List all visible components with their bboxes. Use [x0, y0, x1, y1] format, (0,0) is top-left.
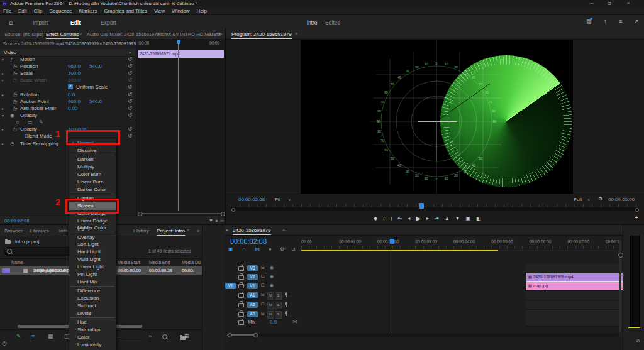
- ec-clip-chevron-icon[interactable]: ∨: [60, 41, 62, 46]
- work-area-bar[interactable]: [301, 250, 498, 251]
- ec-zoom-bar[interactable]: [139, 213, 222, 214]
- mark-in-button[interactable]: {: [383, 216, 385, 221]
- voiceover-mic-icon[interactable]: [285, 311, 287, 315]
- timeline-panel-menu-icon[interactable]: ≡: [282, 227, 285, 232]
- time-remap-icon[interactable]: ◷: [10, 140, 14, 147]
- export-frame-button[interactable]: ▣: [465, 216, 470, 221]
- ec-row-anchor-point[interactable]: ◷ Anchor Point 960.0 540.0 ↺: [0, 98, 135, 105]
- lock-icon[interactable]: [238, 303, 244, 307]
- ec-row-uniform-scale[interactable]: ✓ Uniform Scale ↺: [0, 84, 135, 90]
- ec-row-rotation[interactable]: ▸ ◷ Rotation 0.0 ↺: [0, 91, 135, 98]
- blend-mode-menu-item[interactable]: Difference: [69, 287, 116, 295]
- menu-item[interactable]: Help: [197, 8, 207, 14]
- filter-properties-icon[interactable]: ▼: [209, 218, 213, 222]
- mute-button[interactable]: M: [267, 292, 274, 300]
- add-button-icon[interactable]: +: [635, 214, 638, 221]
- workspace-tab-import[interactable]: Import: [33, 19, 48, 26]
- tab-audio-clip-mixer[interactable]: Audio Clip Mixer: 2420-158691979: [87, 31, 160, 37]
- uniform-scale-checkbox[interactable]: ✓: [68, 84, 73, 89]
- home-icon[interactable]: ⌂: [9, 18, 13, 26]
- stopwatch-icon[interactable]: ◷: [13, 91, 17, 98]
- blend-mode-menu-item[interactable]: Subtract: [69, 302, 116, 310]
- reset-icon[interactable]: ↺: [128, 126, 133, 133]
- reset-icon[interactable]: ↺: [128, 84, 133, 90]
- reset-icon[interactable]: ↺: [128, 70, 133, 77]
- expand-icon[interactable]: ▸: [2, 141, 4, 148]
- ec-playhead-marker[interactable]: [177, 40, 180, 44]
- workspace-tab-edit[interactable]: Edit: [70, 19, 80, 26]
- settings-wrench-icon[interactable]: ⚙: [598, 196, 602, 202]
- tab-effect-controls[interactable]: Effect Controls: [46, 31, 79, 39]
- menu-item[interactable]: Graphics and Titles: [104, 8, 147, 14]
- sync-lock-icon[interactable]: ⊟: [261, 292, 265, 297]
- project-panel-menu-icon[interactable]: ≡: [187, 228, 189, 232]
- column-media-duration[interactable]: Media Du: [182, 259, 201, 266]
- expand-icon[interactable]: ▸: [0, 115, 6, 117]
- sync-lock-icon[interactable]: ⊟: [261, 302, 265, 307]
- toggle-track-output-icon[interactable]: ◉: [270, 283, 274, 288]
- workspaces-icon[interactable]: ≡: [619, 18, 622, 25]
- share-icon[interactable]: ↑: [604, 18, 607, 25]
- program-video-frame[interactable]: 0102030405060708090807060504030201001020…: [301, 40, 573, 194]
- lock-icon[interactable]: [238, 320, 244, 325]
- goto-out-button[interactable]: ⇥: [435, 216, 439, 221]
- blend-mode-menu-item[interactable]: Linear Light: [69, 263, 116, 271]
- ec-clip-selector[interactable]: 2420-158691979 • 2420-158691979...: [65, 41, 140, 46]
- find-icon[interactable]: [162, 334, 167, 339]
- step-forward-button[interactable]: ▸: [426, 216, 429, 221]
- add-marker-button[interactable]: ◆: [374, 216, 377, 221]
- mix-trim-icon[interactable]: ⋈: [292, 319, 297, 324]
- blend-mode-menu-item[interactable]: Hard Light: [69, 248, 116, 256]
- blend-mode-menu-item[interactable]: Color: [69, 334, 116, 341]
- ec-row-scale[interactable]: ▸ ◷ Scale 100.0 ↺: [0, 70, 135, 77]
- blend-mode-menu-item[interactable]: Darker Color: [69, 186, 116, 194]
- effect-controls-panel-menu-icon[interactable]: ≡: [79, 31, 82, 36]
- ellipse-mask-icon[interactable]: ○: [16, 119, 20, 126]
- sync-lock-icon[interactable]: ⊟: [261, 311, 265, 316]
- blend-mode-menu-item[interactable]: Pin Light: [69, 271, 116, 278]
- solo-button[interactable]: S: [275, 292, 282, 300]
- eye-icon[interactable]: ◉: [10, 112, 14, 119]
- track-target-v2[interactable]: V2: [247, 274, 258, 280]
- track-target-v1[interactable]: V1: [247, 283, 258, 289]
- program-scrubber[interactable]: [231, 203, 639, 212]
- ec-rotation-value[interactable]: 0.0: [68, 91, 75, 98]
- lock-icon[interactable]: [238, 275, 244, 280]
- toggle-track-output-icon[interactable]: ◉: [270, 265, 274, 270]
- track-target-a3[interactable]: A3: [247, 311, 258, 317]
- fullscreen-icon[interactable]: ↗: [634, 18, 639, 25]
- toggle-track-output-icon[interactable]: ◉: [270, 274, 274, 279]
- reset-icon[interactable]: ↺: [128, 98, 133, 105]
- snap-magnet-icon[interactable]: ∩: [242, 246, 246, 252]
- tab-source[interactable]: Source: (no clips): [4, 31, 43, 37]
- reset-icon[interactable]: ↺: [128, 91, 133, 98]
- new-item-icon[interactable]: ⊞: [184, 333, 189, 339]
- ec-position-x[interactable]: 960.0: [68, 63, 80, 70]
- menu-item[interactable]: Window: [172, 8, 189, 14]
- icon-view-icon[interactable]: ▦: [48, 333, 53, 339]
- blend-mode-menu-item[interactable]: Darken: [69, 156, 116, 163]
- blend-mode-menu-item[interactable]: Exclusion: [69, 295, 116, 302]
- voiceover-mic-icon[interactable]: [285, 302, 287, 305]
- ec-position-y[interactable]: 540.0: [89, 63, 102, 70]
- play-effect-icon[interactable]: ▶: [216, 218, 219, 222]
- reset-icon[interactable]: ↺: [128, 63, 133, 70]
- blend-mode-menu-item[interactable]: Hard Mix: [69, 278, 116, 286]
- solo-button[interactable]: S: [275, 302, 282, 309]
- column-media-start[interactable]: Media Start: [118, 259, 140, 266]
- ec-anchor-y[interactable]: 540.0: [89, 98, 102, 105]
- timeline-zoom-handle-left[interactable]: [228, 333, 232, 337]
- pen-mask-icon[interactable]: ✎: [39, 119, 43, 126]
- blend-mode-menu-item[interactable]: Vivid Light: [69, 256, 116, 263]
- add-marker-icon[interactable]: ●: [269, 246, 272, 252]
- blend-mode-menu-item[interactable]: Luminosity: [69, 341, 116, 349]
- blend-mode-menu-item[interactable]: Linear Burn: [69, 178, 116, 186]
- program-playhead[interactable]: [419, 203, 424, 209]
- blend-mode-menu-item[interactable]: Lighter Color: [69, 224, 116, 232]
- tab-program[interactable]: Program: 2420-158691979: [231, 31, 292, 39]
- workspace-tab-export[interactable]: Export: [101, 19, 116, 26]
- scroll-up-icon[interactable]: ▴: [129, 49, 131, 56]
- lock-icon[interactable]: [238, 284, 244, 288]
- automate-to-sequence-icon[interactable]: »: [148, 333, 152, 339]
- list-view-icon[interactable]: ≡: [31, 333, 35, 339]
